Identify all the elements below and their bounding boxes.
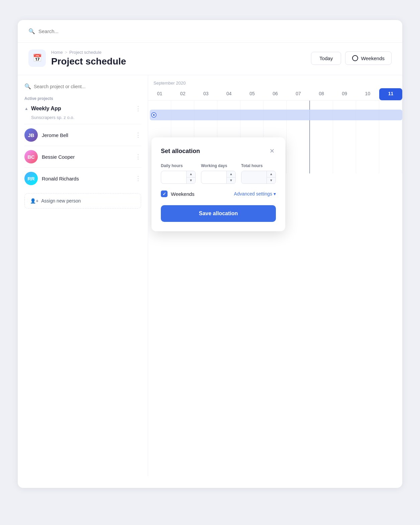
daily-hours-decrement[interactable]: ▼	[187, 177, 195, 183]
total-hours-increment[interactable]: ▲	[267, 171, 276, 177]
date-cell: 10	[356, 88, 379, 100]
modal-close-button[interactable]: ✕	[268, 147, 276, 155]
date-cell: 03	[194, 88, 217, 100]
sidebar-search-icon: 🔍	[24, 83, 31, 90]
person-item[interactable]: RR Ronald Richards ⋮	[24, 167, 141, 189]
working-days-group: Working days 10 ▲ ▼	[201, 163, 236, 184]
assign-icon: 👤+	[30, 198, 38, 204]
today-button[interactable]: Today	[311, 52, 341, 65]
chevron-down-icon: ▾	[274, 191, 276, 196]
person-list: JB Jerome Bell ⋮ BC Bessie Cooper	[24, 124, 141, 189]
avatar-initials: BC	[27, 154, 35, 160]
person-left: RR Ronald Richards	[24, 172, 79, 185]
header-text: Home > Project schedule Project schedule	[51, 50, 126, 67]
working-days-input-spinner: 10 ▲ ▼	[201, 171, 236, 184]
assign-label: Assign new person	[41, 198, 81, 204]
person-name: Bessie Cooper	[42, 154, 75, 160]
person-name: Jerome Bell	[42, 132, 68, 138]
main-content: 🔍 Active projects ▲ Weekly App ⋮ Sunscra…	[18, 75, 402, 476]
search-icon: 🔍	[28, 28, 35, 34]
avatar-initials: RR	[27, 176, 35, 181]
checkbox-left: ✓ Weekends	[161, 190, 195, 197]
page-icon: 📅	[28, 49, 46, 67]
weekends-checkbox[interactable]: ✓	[161, 190, 168, 197]
date-cell: 05	[240, 88, 264, 100]
allocation-form-row: Daily hours 8:00 ▲ ▼	[161, 163, 276, 184]
date-cell: 04	[217, 88, 240, 100]
project-group: ▲ Weekly App ⋮ Sunscrapers sp. z o.o. JB…	[18, 105, 148, 209]
top-search-bar: 🔍	[18, 20, 402, 43]
header-actions: Today Weekends	[311, 51, 392, 65]
sidebar-search-input[interactable]	[34, 84, 141, 89]
advanced-settings-label: Advanced settings	[234, 191, 272, 196]
chevron-icon: ▲	[24, 106, 28, 111]
working-days-increment[interactable]: ▲	[227, 171, 235, 177]
avatar: RR	[24, 172, 38, 185]
working-days-decrement[interactable]: ▼	[227, 177, 235, 183]
person-menu-icon[interactable]: ⋮	[135, 175, 141, 182]
date-cell: 07	[287, 88, 310, 100]
total-hours-group: Total hours 80:00 ▲ ▼	[241, 163, 276, 184]
global-search-input[interactable]	[38, 28, 139, 34]
working-days-spinner-btns: ▲ ▼	[226, 171, 235, 183]
avatar-initials: JB	[28, 132, 34, 138]
date-cell-today: 11	[379, 88, 402, 100]
project-header-left: ▲ Weekly App	[24, 106, 61, 112]
weekends-button[interactable]: Weekends	[345, 51, 392, 65]
breadcrumb-current: Project schedule	[69, 50, 101, 55]
modal-header: Set allocation ✕	[161, 147, 276, 155]
working-days-label: Working days	[201, 163, 236, 168]
person-menu-icon[interactable]: ⋮	[135, 153, 141, 160]
project-name: Weekly App	[31, 106, 61, 112]
person-item[interactable]: BC Bessie Cooper ⋮	[24, 146, 141, 167]
modal-title: Set allocation	[161, 148, 200, 155]
sidebar: 🔍 Active projects ▲ Weekly App ⋮ Sunscra…	[18, 75, 148, 476]
daily-hours-input[interactable]: 8:00	[161, 171, 186, 183]
month-label: September 2020	[148, 81, 402, 88]
total-hours-label: Total hours	[241, 163, 276, 168]
project-menu-icon[interactable]: ⋮	[135, 105, 141, 112]
date-row: 01 02 03 04 05 06 07 08 09 10 11	[148, 88, 402, 100]
breadcrumb-home[interactable]: Home	[51, 50, 63, 55]
date-cell: 01	[148, 88, 171, 100]
sidebar-search: 🔍	[18, 83, 148, 96]
working-days-input[interactable]: 10	[201, 171, 226, 183]
person-left: JB Jerome Bell	[24, 128, 68, 142]
person-menu-icon[interactable]: ⋮	[135, 131, 141, 139]
set-allocation-modal: Set allocation ✕ Daily hours 8:00 ▲	[151, 137, 285, 231]
daily-hours-group: Daily hours 8:00 ▲ ▼	[161, 163, 196, 184]
project-header[interactable]: ▲ Weekly App ⋮	[24, 105, 141, 112]
total-hours-spinner-btns: ▲ ▼	[267, 171, 276, 183]
person-left: BC Bessie Cooper	[24, 150, 75, 163]
total-hours-decrement[interactable]: ▼	[267, 177, 276, 183]
date-cell: 08	[310, 88, 333, 100]
total-hours-input: 80:00	[241, 171, 267, 183]
modal-overlay: Set allocation ✕ Daily hours 8:00 ▲	[151, 137, 285, 231]
daily-hours-increment[interactable]: ▲	[187, 171, 195, 177]
header-left: 📅 Home > Project schedule Project schedu…	[28, 49, 126, 67]
page-title: Project schedule	[51, 56, 126, 67]
breadcrumb: Home > Project schedule	[51, 50, 126, 55]
daily-hours-label: Daily hours	[161, 163, 196, 168]
active-projects-label: Active projects	[18, 96, 148, 105]
assign-new-person-button[interactable]: 👤+ Assign new person	[24, 193, 141, 209]
date-cell: 06	[264, 88, 287, 100]
circle-icon	[352, 55, 358, 61]
daily-hours-input-spinner: 8:00 ▲ ▼	[161, 171, 196, 184]
breadcrumb-sep: >	[65, 50, 68, 55]
person-item[interactable]: JB Jerome Bell ⋮	[24, 124, 141, 146]
allocation-bar-dot	[152, 113, 156, 117]
save-allocation-button[interactable]: Save allocation	[161, 205, 276, 222]
daily-hours-spinner-btns: ▲ ▼	[186, 171, 195, 183]
project-client: Sunscrapers sp. z o.o.	[31, 115, 141, 120]
advanced-settings-button[interactable]: Advanced settings ▾	[234, 191, 276, 196]
weekends-label: Weekends	[361, 55, 385, 61]
weekends-row: ✓ Weekends Advanced settings ▾	[161, 190, 276, 197]
person-row-jerome	[148, 103, 402, 127]
date-cell: 02	[171, 88, 194, 100]
calendar-area: September 2020 01 02 03 04 05 06 07 08 0…	[148, 75, 402, 476]
avatar: JB	[24, 128, 38, 142]
avatar: BC	[24, 150, 38, 163]
allocation-bar[interactable]	[150, 110, 402, 120]
calendar-header: September 2020 01 02 03 04 05 06 07 08 0…	[148, 75, 402, 101]
